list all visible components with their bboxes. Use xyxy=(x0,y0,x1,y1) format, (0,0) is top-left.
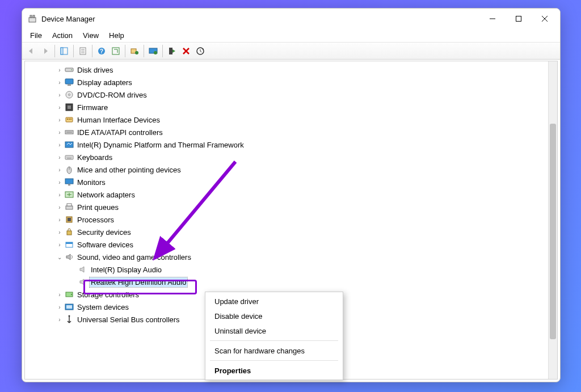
tree-item[interactable]: ⌄Sound, video and game controllers xyxy=(25,251,548,263)
keyboard-icon xyxy=(65,153,74,162)
tree-item[interactable]: ›Human Interface Devices xyxy=(25,113,548,126)
scrollbar[interactable] xyxy=(548,61,557,379)
chevron-right-icon[interactable]: › xyxy=(56,153,64,161)
minimize-button[interactable] xyxy=(479,10,506,27)
tree-item-label: Monitors xyxy=(77,178,106,187)
cpu-icon xyxy=(65,215,74,224)
svg-rect-46 xyxy=(516,16,521,22)
toolbar-monitor[interactable] xyxy=(146,44,160,58)
tree-item-label: DVD/CD-ROM drives xyxy=(77,91,147,99)
chevron-right-icon[interactable]: › xyxy=(56,315,64,323)
tree-item[interactable]: ›Intel(R) Dynamic Platform and Thermal F… xyxy=(25,138,548,151)
tree-item[interactable]: ›Keyboards xyxy=(25,151,548,163)
ide-icon xyxy=(65,128,74,137)
ctx-disable-device[interactable]: Disable device xyxy=(205,309,343,323)
tree-item[interactable]: ›IDE ATA/ATAPI controllers xyxy=(25,126,548,138)
tree-item[interactable]: ›Monitors xyxy=(25,176,548,188)
tree-item-label: Realtek High Definition Audio xyxy=(91,278,186,286)
tree-item[interactable]: ›Disk drives xyxy=(25,64,548,76)
toolbar-refresh[interactable] xyxy=(109,44,123,58)
chevron-right-icon[interactable]: › xyxy=(56,103,64,111)
chevron-right-icon[interactable]: › xyxy=(56,78,64,86)
toolbar-properties[interactable] xyxy=(76,44,90,58)
tree-item[interactable]: ›Print queues xyxy=(25,201,548,213)
tree-item-label: Processors xyxy=(77,216,114,224)
toolbar xyxy=(22,43,560,60)
storage-icon xyxy=(65,290,74,299)
menu-help[interactable]: Help xyxy=(104,30,129,41)
toolbar-enable[interactable] xyxy=(165,44,179,58)
titlebar: Device Manager xyxy=(22,9,560,29)
window-title: Device Manager xyxy=(41,15,95,23)
menubar: File Action View Help xyxy=(22,29,560,43)
hid-icon xyxy=(65,115,74,124)
chevron-right-icon[interactable]: › xyxy=(56,241,64,248)
sound-icon xyxy=(65,252,74,262)
chevron-right-icon[interactable]: › xyxy=(56,141,64,149)
chevron-right-icon[interactable]: › xyxy=(56,203,64,211)
tree-item[interactable]: ›Software devices xyxy=(25,238,548,251)
chevron-right-icon[interactable]: › xyxy=(56,303,64,311)
tree-item-child[interactable]: ›Realtek High Definition Audio xyxy=(25,276,548,288)
context-menu: Update driver Disable device Uninstall d… xyxy=(205,292,343,380)
tree-item[interactable]: ›Processors xyxy=(25,213,548,226)
chevron-right-icon[interactable]: › xyxy=(56,191,64,199)
sound-child-icon xyxy=(78,277,87,286)
tree-item-label: Print queues xyxy=(77,203,119,212)
ctx-scan-hardware[interactable]: Scan for hardware changes xyxy=(205,343,343,358)
ctx-separator xyxy=(210,360,338,361)
chevron-right-icon[interactable]: › xyxy=(56,166,64,174)
toolbar-forward[interactable] xyxy=(39,44,52,58)
toolbar-back[interactable] xyxy=(24,44,38,58)
monitor-icon xyxy=(65,178,74,187)
tree-item[interactable]: ›Mice and other pointing devices xyxy=(25,163,548,176)
toolbar-update[interactable] xyxy=(193,44,207,58)
tree-item-label: Intel(R) Display Audio xyxy=(91,265,162,274)
chevron-down-icon[interactable]: ⌄ xyxy=(56,253,64,261)
ctx-update-driver[interactable]: Update driver xyxy=(205,294,343,309)
tree-item[interactable]: ›DVD/CD-ROM drives xyxy=(25,88,548,101)
network-icon xyxy=(65,190,74,199)
close-button[interactable] xyxy=(532,10,558,27)
toolbar-tree[interactable] xyxy=(57,44,71,58)
mouse-icon xyxy=(65,165,74,174)
app-icon xyxy=(28,14,37,23)
tree-item-label: Human Interface Devices xyxy=(77,116,160,124)
menu-file[interactable]: File xyxy=(26,30,47,41)
display-icon xyxy=(65,78,74,87)
chevron-right-icon[interactable]: › xyxy=(56,66,64,74)
menu-action[interactable]: Action xyxy=(48,30,77,41)
maximize-button[interactable] xyxy=(506,10,532,27)
toolbar-scan[interactable] xyxy=(128,44,141,58)
tree-item-label: Disk drives xyxy=(77,66,113,74)
ctx-properties[interactable]: Properties xyxy=(205,363,343,378)
printer-icon xyxy=(65,203,74,212)
usb-icon xyxy=(65,315,74,324)
tree-item-label: Sound, video and game controllers xyxy=(77,253,191,262)
firmware-icon xyxy=(65,103,74,112)
toolbar-help[interactable] xyxy=(95,44,108,58)
security-icon xyxy=(65,227,74,237)
tree-item-label: Firmware xyxy=(77,103,108,112)
chevron-right-icon[interactable]: › xyxy=(56,91,64,99)
chevron-right-icon[interactable]: › xyxy=(56,178,64,186)
chevron-right-icon[interactable]: › xyxy=(56,228,64,236)
tree-item-label: Software devices xyxy=(77,241,133,249)
chevron-right-icon[interactable]: › xyxy=(56,216,64,224)
tree-item-label: System devices xyxy=(77,303,129,311)
chevron-right-icon[interactable]: › xyxy=(56,116,64,124)
scrollbar-thumb[interactable] xyxy=(550,124,556,339)
tree-item-label: Network adapters xyxy=(77,191,135,199)
tree-item[interactable]: ›Network adapters xyxy=(25,188,548,201)
disk-icon xyxy=(65,65,74,74)
tree-item-label: Intel(R) Dynamic Platform and Thermal Fr… xyxy=(77,141,244,149)
toolbar-disable[interactable] xyxy=(179,44,193,58)
chevron-right-icon[interactable]: › xyxy=(56,290,64,298)
menu-view[interactable]: View xyxy=(78,30,103,41)
tree-item[interactable]: ›Display adapters xyxy=(25,76,548,88)
tree-item-child[interactable]: ›Intel(R) Display Audio xyxy=(25,263,548,276)
ctx-uninstall-device[interactable]: Uninstall device xyxy=(205,323,343,338)
chevron-right-icon[interactable]: › xyxy=(56,128,64,136)
tree-item[interactable]: ›Firmware xyxy=(25,101,548,113)
tree-item[interactable]: ›Security devices xyxy=(25,226,548,238)
